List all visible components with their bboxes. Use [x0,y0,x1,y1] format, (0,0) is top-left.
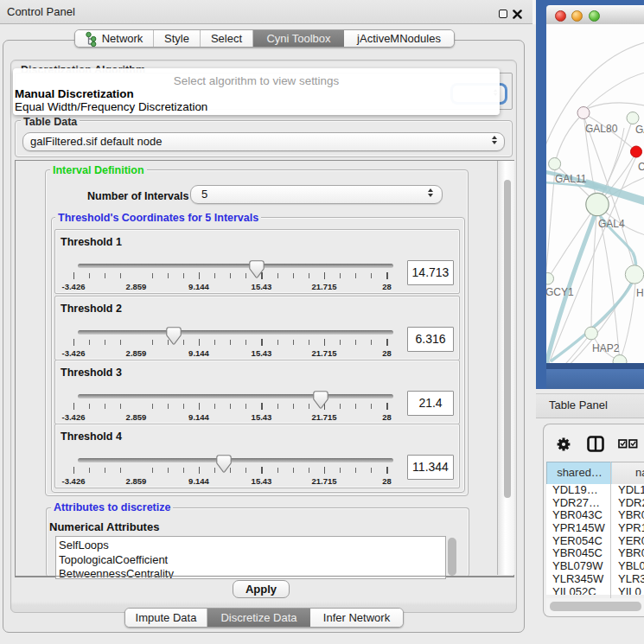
svg-text:GAL80: GAL80 [585,123,618,135]
svg-text:GCY1: GCY1 [546,286,574,298]
svg-text:CC: CC [638,161,644,173]
svg-text:HAP2: HAP2 [592,342,620,354]
svg-text:GA: GA [635,124,644,136]
svg-text:H: H [636,287,644,299]
svg-text:GAL4: GAL4 [598,218,625,230]
svg-text:GAL11: GAL11 [555,173,587,185]
